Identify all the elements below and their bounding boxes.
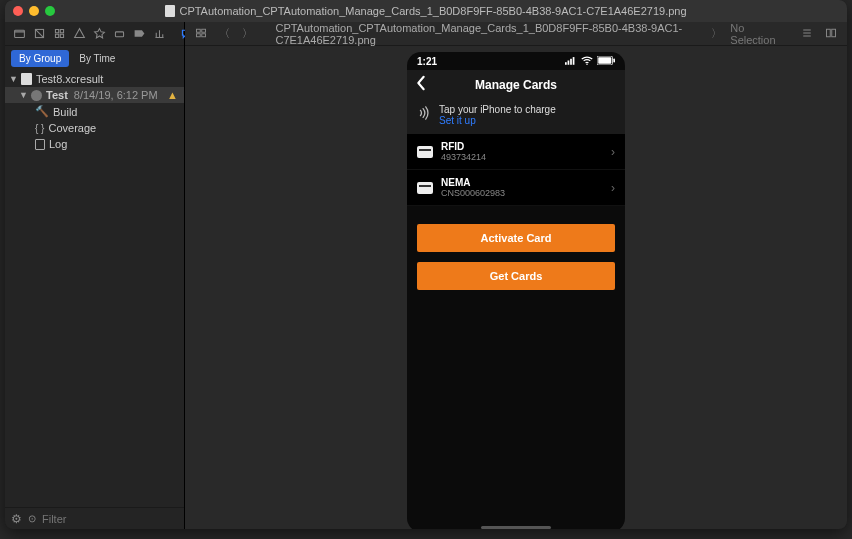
card-icon bbox=[417, 182, 433, 194]
test-nav-icon[interactable] bbox=[93, 27, 106, 40]
status-bar: 1:21 bbox=[407, 52, 625, 70]
list-item[interactable]: RFID 493734214 › bbox=[407, 134, 625, 170]
svg-rect-5 bbox=[202, 29, 206, 32]
tree-coverage-label: Coverage bbox=[48, 122, 96, 134]
tab-by-group[interactable]: By Group bbox=[11, 50, 69, 67]
tree-build-label: Build bbox=[53, 106, 77, 118]
svg-rect-3 bbox=[197, 29, 201, 32]
battery-icon bbox=[597, 56, 615, 67]
result-bundle-icon bbox=[21, 73, 32, 85]
tab-by-time[interactable]: By Time bbox=[71, 50, 123, 67]
zoom-window-button[interactable] bbox=[45, 6, 55, 16]
hammer-icon: 🔨 bbox=[35, 105, 49, 118]
coverage-icon: { } bbox=[35, 123, 44, 134]
card-icon bbox=[417, 146, 433, 158]
symbol-nav-icon[interactable] bbox=[53, 27, 66, 40]
tree-root-label: Test8.xcresult bbox=[36, 73, 103, 85]
issue-nav-icon[interactable] bbox=[73, 27, 86, 40]
file-icon bbox=[165, 5, 175, 17]
tree-log[interactable]: Log bbox=[5, 136, 184, 152]
action-buttons: Activate Card Get Cards bbox=[407, 206, 625, 290]
report-tree: ▼ Test8.xcresult ▼ Test 8/14/19, 6:12 PM… bbox=[5, 69, 184, 507]
tree-coverage[interactable]: { } Coverage bbox=[5, 120, 184, 136]
jump-bar: 〈 〉 CPTAutomation_CPTAutomation_Manage_C… bbox=[185, 22, 847, 46]
minimize-window-button[interactable] bbox=[29, 6, 39, 16]
cards-list: RFID 493734214 › NEMA CNS000602983 › bbox=[407, 134, 625, 206]
card-title: NEMA bbox=[441, 177, 603, 188]
navigator-sidebar: By Group By Time ▼ Test8.xcresult ▼ Test… bbox=[5, 22, 185, 529]
filter-icon[interactable]: ⊙ bbox=[28, 513, 36, 524]
svg-rect-10 bbox=[568, 60, 570, 64]
related-items-icon[interactable] bbox=[193, 27, 209, 41]
warning-icon: ▲ bbox=[167, 89, 178, 101]
window-title: CPTAutomation_CPTAutomation_Manage_Cards… bbox=[65, 5, 787, 17]
svg-rect-9 bbox=[565, 62, 567, 65]
window-controls bbox=[13, 6, 55, 16]
preview-canvas: 1:21 bbox=[185, 46, 847, 529]
svg-rect-6 bbox=[202, 33, 206, 36]
svg-rect-0 bbox=[15, 30, 25, 37]
breadcrumb[interactable]: CPTAutomation_CPTAutomation_Manage_Cards… bbox=[263, 22, 703, 46]
add-editor-icon[interactable] bbox=[823, 27, 839, 41]
svg-rect-8 bbox=[832, 29, 836, 37]
phone-title: Manage Cards bbox=[407, 78, 625, 92]
filter-input[interactable] bbox=[42, 513, 180, 525]
card-title: RFID bbox=[441, 141, 603, 152]
back-button[interactable]: 〈 bbox=[217, 26, 232, 41]
tree-test-label: Test bbox=[46, 89, 68, 101]
activate-card-button[interactable]: Activate Card bbox=[417, 224, 615, 252]
svg-rect-11 bbox=[570, 58, 572, 64]
list-item[interactable]: NEMA CNS000602983 › bbox=[407, 170, 625, 206]
report-nav-icon[interactable] bbox=[153, 27, 166, 40]
cellular-icon bbox=[565, 56, 577, 67]
breadcrumb-no-selection: No Selection bbox=[730, 22, 783, 46]
main-split: By Group By Time ▼ Test8.xcresult ▼ Test… bbox=[5, 22, 847, 529]
svg-rect-16 bbox=[613, 58, 615, 62]
log-icon bbox=[35, 139, 45, 150]
tree-log-label: Log bbox=[49, 138, 67, 150]
navigator-footer: ⚙ ⊙ ◷ bbox=[5, 507, 184, 529]
svg-rect-2 bbox=[115, 32, 123, 37]
phone-navbar: Manage Cards bbox=[407, 70, 625, 100]
file-icon bbox=[263, 28, 271, 39]
folder-nav-icon[interactable] bbox=[13, 27, 26, 40]
banner-text: Tap your iPhone to charge Set it up bbox=[439, 104, 556, 126]
banner-line1: Tap your iPhone to charge bbox=[439, 104, 556, 115]
editor-options-icon[interactable] bbox=[799, 27, 815, 41]
forward-button[interactable]: 〉 bbox=[240, 26, 255, 41]
card-sub: 493734214 bbox=[441, 152, 603, 162]
tree-build[interactable]: 🔨 Build bbox=[5, 103, 184, 120]
tree-test[interactable]: ▼ Test 8/14/19, 6:12 PM ▲ bbox=[5, 87, 184, 103]
back-icon[interactable] bbox=[415, 75, 427, 95]
tree-test-meta: 8/14/19, 6:12 PM bbox=[74, 89, 158, 101]
svg-point-13 bbox=[586, 63, 588, 65]
window-title-text: CPTAutomation_CPTAutomation_Manage_Cards… bbox=[179, 5, 686, 17]
test-result-icon bbox=[31, 90, 42, 101]
svg-rect-15 bbox=[598, 57, 611, 64]
svg-rect-12 bbox=[573, 57, 575, 65]
xcode-window: CPTAutomation_CPTAutomation_Manage_Cards… bbox=[5, 0, 847, 529]
titlebar: CPTAutomation_CPTAutomation_Manage_Cards… bbox=[5, 0, 847, 22]
svg-rect-4 bbox=[197, 33, 201, 36]
source-control-nav-icon[interactable] bbox=[33, 27, 46, 40]
contactless-icon bbox=[417, 106, 431, 122]
editor-area: 〈 〉 CPTAutomation_CPTAutomation_Manage_C… bbox=[185, 22, 847, 529]
close-window-button[interactable] bbox=[13, 6, 23, 16]
report-tabs: By Group By Time bbox=[5, 46, 184, 69]
card-sub: CNS000602983 bbox=[441, 188, 603, 198]
svg-rect-7 bbox=[827, 29, 831, 37]
disclosure-icon[interactable]: ▼ bbox=[9, 74, 17, 84]
get-cards-button[interactable]: Get Cards bbox=[417, 262, 615, 290]
breakpoint-nav-icon[interactable] bbox=[133, 27, 146, 40]
disclosure-icon[interactable]: ▼ bbox=[19, 90, 27, 100]
apple-pay-banner[interactable]: Tap your iPhone to charge Set it up bbox=[407, 100, 625, 134]
breadcrumb-file: CPTAutomation_CPTAutomation_Manage_Cards… bbox=[275, 22, 703, 46]
status-time: 1:21 bbox=[417, 56, 437, 67]
tree-root[interactable]: ▼ Test8.xcresult bbox=[5, 71, 184, 87]
debug-nav-icon[interactable] bbox=[113, 27, 126, 40]
chevron-right-icon: › bbox=[611, 181, 615, 195]
breadcrumb-separator: 〉 bbox=[711, 26, 722, 41]
banner-link[interactable]: Set it up bbox=[439, 115, 556, 126]
gear-icon[interactable]: ⚙ bbox=[11, 512, 22, 526]
navigator-selector bbox=[5, 22, 184, 46]
